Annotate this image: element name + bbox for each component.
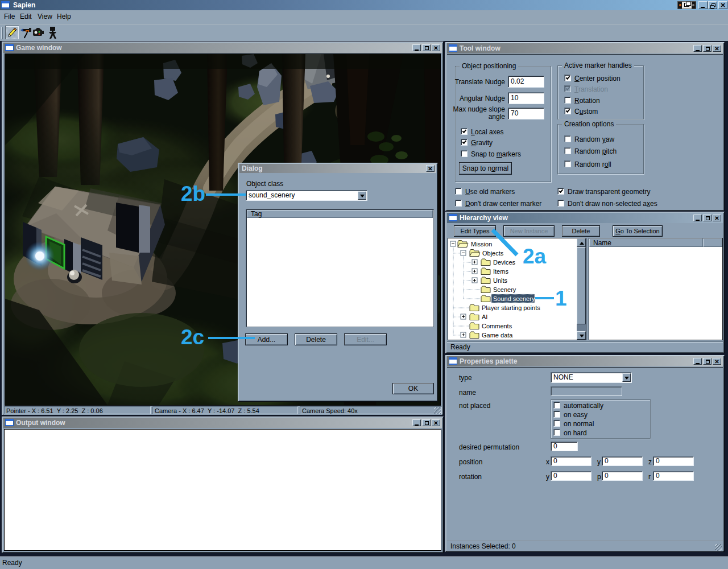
svg-text:Sound scenery: Sound scenery (493, 295, 535, 302)
svg-text:Units: Units (493, 277, 508, 284)
svg-text:Player starting points: Player starting points (482, 304, 540, 311)
svg-text:Devices: Devices (493, 259, 516, 266)
svg-text:Scenery: Scenery (493, 286, 516, 293)
svg-text:Game data: Game data (482, 332, 513, 339)
svg-text:Comments: Comments (482, 323, 512, 329)
svg-text:Objects: Objects (482, 250, 504, 257)
svg-text:Mission: Mission (471, 241, 492, 248)
svg-text:Items: Items (493, 268, 508, 275)
svg-text:AI: AI (482, 314, 487, 320)
